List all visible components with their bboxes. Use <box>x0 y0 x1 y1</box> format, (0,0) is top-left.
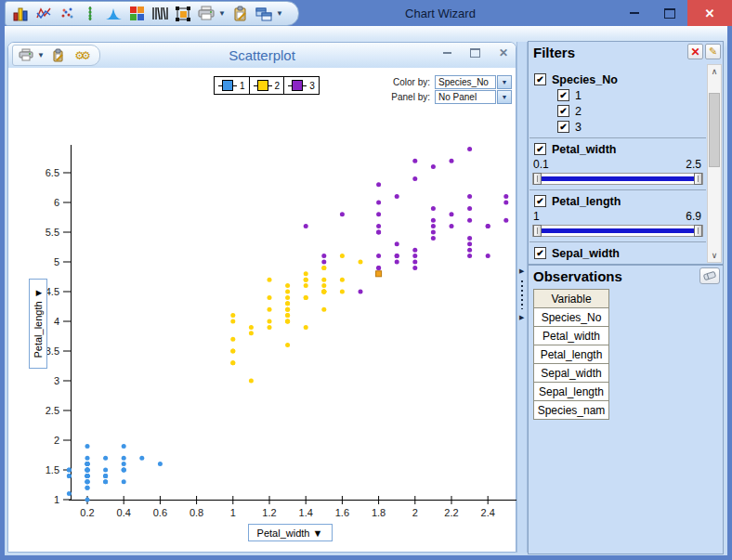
data-point[interactable] <box>249 379 254 384</box>
data-point[interactable] <box>467 248 472 253</box>
data-point[interactable] <box>268 307 272 312</box>
data-point[interactable] <box>467 147 472 151</box>
data-point[interactable] <box>431 218 436 223</box>
data-point[interactable] <box>85 474 90 478</box>
data-point[interactable] <box>395 260 399 265</box>
splitter-handle-icon[interactable] <box>521 280 523 309</box>
option-checkbox-2[interactable]: ✔ <box>557 105 569 117</box>
data-point[interactable] <box>230 349 235 354</box>
slider-thumb-max[interactable] <box>694 225 702 237</box>
data-point[interactable] <box>340 290 345 294</box>
data-point[interactable] <box>321 278 326 282</box>
bar-chart-icon[interactable] <box>12 6 29 22</box>
y-axis-label[interactable]: Petal_length ▼ <box>33 288 44 358</box>
data-point[interactable] <box>122 444 126 449</box>
data-point[interactable] <box>285 290 290 294</box>
chevron-down-icon[interactable]: ▼ <box>497 90 512 104</box>
data-point[interactable] <box>85 444 90 449</box>
data-point[interactable] <box>268 278 272 282</box>
panel-splitter[interactable]: ▶ ▶ <box>516 42 528 553</box>
option-checkbox-1[interactable]: ✔ <box>557 89 569 101</box>
data-point[interactable] <box>467 236 472 241</box>
data-point[interactable] <box>230 360 235 365</box>
data-point[interactable] <box>503 201 508 205</box>
color-by-select[interactable]: Species_No <box>435 75 496 89</box>
data-point[interactable] <box>412 254 417 258</box>
eraser-button[interactable] <box>699 267 720 284</box>
data-point[interactable] <box>230 313 235 318</box>
data-point[interactable] <box>67 491 72 496</box>
data-point[interactable] <box>321 260 326 265</box>
slider-thumb-max[interactable] <box>694 173 702 185</box>
data-point[interactable] <box>103 474 108 478</box>
data-point[interactable] <box>230 337 235 342</box>
data-point[interactable] <box>450 212 454 216</box>
data-point[interactable] <box>67 474 72 478</box>
data-point[interactable] <box>285 307 290 312</box>
data-point[interactable] <box>304 271 308 276</box>
filter-checkbox-Petal_width[interactable]: ✔ <box>534 143 546 155</box>
strip-plot-icon[interactable] <box>151 6 168 22</box>
data-point[interactable] <box>467 241 472 246</box>
data-point[interactable] <box>304 295 308 300</box>
data-point[interactable] <box>321 254 326 258</box>
variable-cell-Sepal_length[interactable]: Sepal_length <box>533 383 609 401</box>
data-point[interactable] <box>321 283 326 288</box>
data-point[interactable] <box>376 254 381 258</box>
filter-checkbox-Petal_length[interactable]: ✔ <box>534 195 546 207</box>
arrange-windows-icon[interactable] <box>255 6 272 22</box>
minimize-button[interactable] <box>617 0 652 26</box>
maximize-icon[interactable] <box>470 48 480 58</box>
data-point[interactable] <box>412 260 417 265</box>
data-point[interactable] <box>486 254 490 258</box>
chevron-down-icon[interactable]: ▼ <box>497 75 512 89</box>
data-point[interactable] <box>268 295 272 300</box>
data-point[interactable] <box>249 325 254 330</box>
data-point[interactable] <box>304 224 308 228</box>
data-point[interactable] <box>67 468 72 473</box>
data-point[interactable] <box>85 498 90 502</box>
data-point[interactable] <box>467 254 472 258</box>
data-point[interactable] <box>376 182 381 187</box>
data-point[interactable] <box>431 206 436 211</box>
selected-data-point[interactable] <box>376 271 382 277</box>
print-icon[interactable] <box>18 47 34 64</box>
legend-item-1[interactable]: 1 <box>215 77 250 94</box>
data-point[interactable] <box>395 194 399 199</box>
data-point[interactable] <box>285 295 290 300</box>
line-chart-icon[interactable] <box>35 6 52 22</box>
data-point[interactable] <box>103 456 108 461</box>
settings-gears-icon[interactable]: ⚙⚙ <box>72 47 89 64</box>
variable-cell-Petal_length[interactable]: Petal_length <box>533 345 609 364</box>
paste-icon[interactable] <box>50 47 67 64</box>
scatter-plot[interactable]: 0.20.40.60.811.21.41.61.822.22.411.522.5… <box>8 68 517 553</box>
filters-scrollbar[interactable]: ∧ ∨ <box>707 64 722 263</box>
data-point[interactable] <box>340 278 345 282</box>
data-point[interactable] <box>412 176 417 181</box>
data-point[interactable] <box>467 194 472 199</box>
variable-cell-Species_No[interactable]: Species_No <box>533 308 609 327</box>
data-point[interactable] <box>122 456 126 461</box>
variable-cell-Sepal_width[interactable]: Sepal_width <box>533 364 609 383</box>
data-point[interactable] <box>395 254 399 258</box>
data-point[interactable] <box>285 283 290 288</box>
legend-item-3[interactable]: 3 <box>284 77 319 94</box>
data-point[interactable] <box>431 230 436 235</box>
arrange-windows-dropdown-icon[interactable]: ▼ <box>276 9 283 18</box>
data-point[interactable] <box>230 319 235 324</box>
scroll-down-icon[interactable]: ∨ <box>708 249 721 262</box>
data-point[interactable] <box>340 254 345 258</box>
data-point[interactable] <box>122 468 126 473</box>
close-icon[interactable]: ✕ <box>499 48 508 58</box>
data-point[interactable] <box>412 159 417 163</box>
data-point[interactable] <box>103 468 108 473</box>
edit-filter-button[interactable]: ✎ <box>705 44 721 59</box>
panel-by-select[interactable]: No Panel <box>435 90 496 104</box>
dot-plot-icon[interactable] <box>82 6 98 22</box>
data-point[interactable] <box>85 462 90 466</box>
filter-checkbox-Species_No[interactable]: ✔ <box>534 73 546 85</box>
data-point[interactable] <box>285 301 290 306</box>
data-point[interactable] <box>304 278 308 282</box>
paste-icon[interactable] <box>232 6 249 22</box>
x-axis-label[interactable]: Petal_width ▼ <box>257 527 323 539</box>
